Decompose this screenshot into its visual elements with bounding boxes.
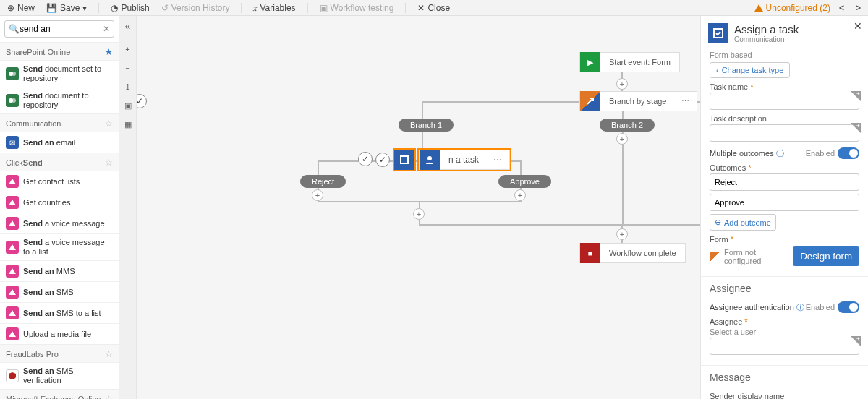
map-icon[interactable]: ▦ <box>122 119 134 130</box>
history-icon: ↺ <box>161 3 169 13</box>
action-label: Get contact lists <box>23 177 80 186</box>
action-item[interactable]: Upload a media file <box>0 323 119 344</box>
end-node[interactable]: ■ Workflow complete <box>579 243 686 263</box>
favorite-icon[interactable]: ★ <box>105 47 113 57</box>
task-desc-input[interactable] <box>710 124 859 142</box>
category-title: Microsoft Exchange Online <box>6 395 101 399</box>
enabled-label: Enabled <box>806 303 835 312</box>
branch-by-stage-node[interactable]: Branch by stage ⋯ <box>579 91 697 111</box>
reject-outcome[interactable]: Reject <box>300 175 346 188</box>
assignee-input[interactable] <box>710 338 859 355</box>
add-outcome-button[interactable]: ⊕Add outcome <box>710 214 776 231</box>
action-item[interactable]: Send an SMS verification <box>0 362 119 389</box>
new-button[interactable]: ⊕New <box>4 3 38 13</box>
chevron-down-icon[interactable]: ▾ <box>82 3 87 13</box>
node-menu-icon[interactable]: ⋯ <box>488 155 509 165</box>
form-not-configured-label: Form not configured <box>724 248 788 265</box>
plus-circle-icon: ⊕ <box>715 218 721 227</box>
assignee-auth-toggle[interactable] <box>838 301 859 313</box>
workflow-canvas[interactable]: ▶ Start event: Form + Branch by stage ⋯ … <box>137 16 700 399</box>
close-panel-icon[interactable]: ✕ <box>854 20 862 32</box>
action-label: Send an SMS <box>23 288 74 297</box>
panel-subtitle: Communication <box>734 35 799 43</box>
action-label: Upload a media file <box>23 330 91 339</box>
task-icon[interactable] <box>394 150 414 170</box>
undo-button[interactable]: < <box>836 3 847 13</box>
redo-button[interactable]: > <box>853 3 864 13</box>
action-icon <box>6 327 19 340</box>
clear-search-icon[interactable]: ✕ <box>103 24 110 34</box>
favorite-icon[interactable]: ☆ <box>105 394 113 399</box>
branch-2-label[interactable]: Branch 2 <box>600 119 655 132</box>
action-item[interactable]: Send an MMS <box>0 260 119 281</box>
zoom-in-icon[interactable]: + <box>122 43 134 55</box>
sender-display-name-label: Sender display name <box>710 392 859 399</box>
action-item[interactable]: Send a voice message <box>0 213 119 233</box>
close-icon: ✕ <box>417 3 425 13</box>
add-node-button[interactable]: + <box>413 208 425 220</box>
svg-point-5 <box>427 156 432 160</box>
panel-title: Assign a task <box>734 23 799 35</box>
action-icon <box>6 241 19 254</box>
category-header[interactable]: Microsoft Exchange Online☆ <box>0 389 119 399</box>
enabled-label: Enabled <box>806 149 835 158</box>
category-header[interactable]: SharePoint Online★ <box>0 42 119 60</box>
variables-icon: 𝑥 <box>253 3 257 13</box>
variables-button[interactable]: 𝑥Variables <box>250 3 298 13</box>
svg-point-3 <box>12 98 16 103</box>
search-input[interactable] <box>4 20 114 38</box>
save-button[interactable]: 💾Save▾ <box>43 3 90 13</box>
action-label: Send a voice message to a list <box>23 238 113 257</box>
change-task-type-button[interactable]: ‹Change task type <box>710 62 790 78</box>
add-node-button[interactable]: + <box>514 189 526 201</box>
action-item[interactable]: Send an SMS to a list <box>0 302 119 323</box>
branch-by-stage-label: Branch by stage <box>600 97 676 106</box>
add-node-button[interactable]: + <box>312 189 323 201</box>
add-node-button[interactable]: + <box>616 228 628 240</box>
collapse-palette-icon[interactable]: « <box>122 20 134 32</box>
zoom-reset-icon[interactable]: 1 <box>122 81 134 93</box>
action-item[interactable]: Get contact lists <box>0 171 119 192</box>
publish-icon: ◔ <box>111 3 118 13</box>
category-header[interactable]: ClickSend☆ <box>0 153 119 171</box>
publish-button[interactable]: ◔Publish <box>108 3 152 13</box>
menubar: ⊕New 💾Save▾ ◔Publish ↺Version History 𝑥V… <box>0 0 868 16</box>
task-name-input[interactable] <box>710 93 859 110</box>
add-node-button[interactable]: + <box>616 133 628 145</box>
favorite-icon[interactable]: ☆ <box>105 349 113 359</box>
fit-icon[interactable]: ▣ <box>122 100 134 111</box>
add-node-button[interactable]: + <box>616 78 628 90</box>
action-item[interactable]: ✉Send an email <box>0 132 119 153</box>
start-node[interactable]: ▶ Start event: Form <box>579 52 680 72</box>
action-item[interactable]: Get countries <box>0 192 119 213</box>
unconfigured-link[interactable]: Unconfigured (2) <box>754 3 830 13</box>
assign-task-node[interactable]: n a task ⋯ <box>419 150 510 170</box>
action-item[interactable]: Send document to repository <box>0 87 119 113</box>
svg-rect-4 <box>401 156 408 163</box>
assignee-label: Assignee <box>710 317 859 326</box>
category-header[interactable]: FraudLabs Pro☆ <box>0 344 119 362</box>
info-icon[interactable]: ⓘ <box>796 303 804 312</box>
zoom-out-icon[interactable]: − <box>122 62 134 74</box>
gateway-icon[interactable] <box>137 94 147 108</box>
action-item[interactable]: Send an SMS <box>0 281 119 302</box>
approve-outcome[interactable]: Approve <box>498 175 551 188</box>
action-item[interactable]: Send document set to repository <box>0 60 119 87</box>
node-menu-icon[interactable]: ⋯ <box>676 97 697 106</box>
design-form-button[interactable]: Design form <box>793 246 859 266</box>
outcome-approve-input[interactable] <box>710 194 859 211</box>
branch-1-label[interactable]: Branch 1 <box>399 119 454 132</box>
favorite-icon[interactable]: ☆ <box>105 158 113 168</box>
gateway-icon[interactable] <box>358 152 373 166</box>
category-title: Communication <box>6 119 61 128</box>
assignee-placeholder: Select a user <box>710 327 859 336</box>
multiple-outcomes-toggle[interactable] <box>838 147 859 159</box>
outcome-reject-input[interactable] <box>710 173 859 191</box>
action-item[interactable]: Send a voice message to a list <box>0 233 119 260</box>
info-icon[interactable]: ⓘ <box>776 149 784 158</box>
gateway-icon[interactable] <box>375 153 390 167</box>
category-header[interactable]: Communication☆ <box>0 113 119 132</box>
unconfigured-form-icon <box>710 252 720 262</box>
close-button[interactable]: ✕Close <box>414 3 453 13</box>
favorite-icon[interactable]: ☆ <box>105 119 113 129</box>
